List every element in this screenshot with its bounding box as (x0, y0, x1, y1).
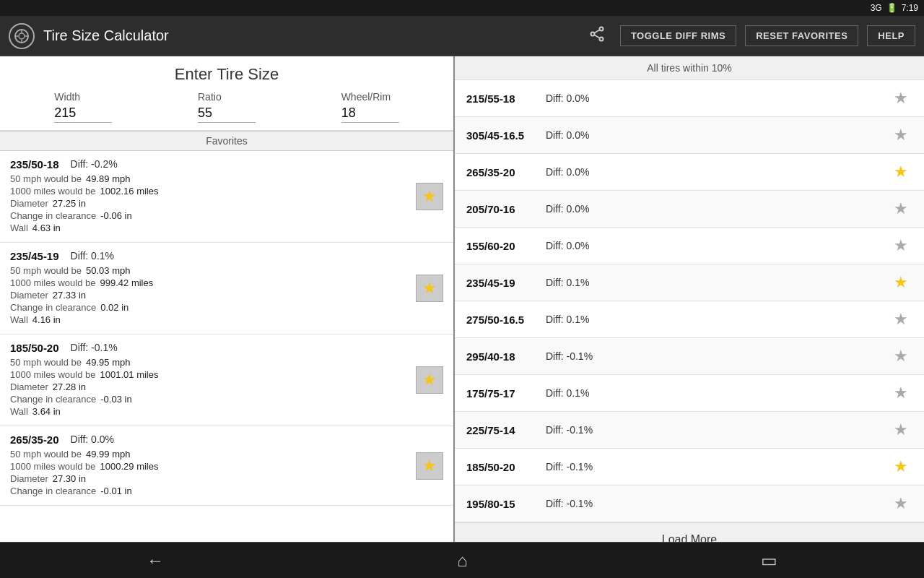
fav-diff: Diff: 0.0% (71, 434, 114, 446)
fav-diff: Diff: -0.2% (71, 158, 118, 171)
ratio-input-group: Ratio 55 (198, 91, 256, 123)
help-button[interactable]: HELP (867, 25, 915, 46)
star-empty-icon: ★ (894, 384, 908, 402)
fav-value-row4: -0.01 in (100, 486, 131, 496)
fav-label-row3: Diameter (10, 290, 48, 301)
wheel-value[interactable]: 18 (341, 104, 399, 123)
tire-result-row: 185/50-20 Diff: -0.1% ★ (455, 449, 924, 486)
tire-result-row: 225/75-14 Diff: -0.1% ★ (455, 412, 924, 449)
fav-tire-name: 185/50-20 (10, 342, 59, 354)
fav-label-row4: Change in clearance (10, 394, 96, 405)
share-button[interactable] (588, 25, 606, 47)
main-content: Enter Tire Size Width 215 Ratio 55 Wheel… (0, 56, 924, 542)
load-more-button[interactable]: Load More (455, 522, 924, 542)
reset-favorites-button[interactable]: RESET FAVORITES (745, 25, 858, 46)
favorite-star-button[interactable]: ★ (416, 366, 443, 394)
result-star-button[interactable]: ★ (889, 309, 912, 330)
result-star-button[interactable]: ★ (889, 272, 912, 293)
star-empty-icon: ★ (894, 494, 908, 512)
result-tire-name: 195/80-15 (466, 498, 546, 510)
wheel-label: Wheel/Rim (341, 91, 391, 103)
width-value[interactable]: 215 (54, 104, 112, 123)
result-tire-name: 235/45-19 (466, 277, 546, 289)
result-tire-name: 295/40-18 (466, 350, 546, 363)
favorite-info: 235/45-19 Diff: 0.1% 50 mph would be 50.… (10, 250, 410, 327)
fav-label-row4: Change in clearance (10, 302, 96, 313)
result-star-button[interactable]: ★ (889, 382, 912, 404)
favorite-star-button[interactable]: ★ (416, 452, 443, 480)
fav-label-row5: Wall (10, 223, 28, 233)
fav-label-row3: Diameter (10, 198, 48, 209)
ratio-value[interactable]: 55 (198, 104, 256, 123)
svg-point-7 (590, 32, 594, 35)
toggle-diff-rims-button[interactable]: TOGGLE DIFF RIMS (620, 25, 736, 46)
left-panel: Enter Tire Size Width 215 Ratio 55 Wheel… (0, 56, 455, 542)
fav-tire-name: 235/45-19 (10, 250, 59, 262)
svg-point-1 (19, 33, 25, 39)
ratio-label: Ratio (198, 91, 222, 103)
recent-apps-button[interactable]: ▭ (746, 545, 792, 577)
result-star-button[interactable]: ★ (889, 87, 912, 109)
fav-label-row4: Change in clearance (10, 486, 96, 496)
result-star-button[interactable]: ★ (889, 456, 912, 478)
tire-result-row: 275/50-16.5 Diff: 0.1% ★ (455, 301, 924, 338)
fav-value-row1: 50.03 mph (86, 265, 130, 276)
time-display: 7:19 (902, 3, 918, 13)
fav-value-row4: 0.02 in (100, 302, 128, 313)
tire-result-row: 305/45-16.5 Diff: 0.0% ★ (455, 117, 924, 154)
star-empty-icon: ★ (894, 199, 908, 217)
result-tire-name: 215/55-18 (466, 92, 546, 105)
star-empty-icon: ★ (894, 89, 908, 107)
result-star-button[interactable]: ★ (889, 345, 912, 367)
home-button[interactable]: ⌂ (443, 545, 482, 577)
result-tire-name: 175/75-17 (466, 387, 546, 400)
fav-value-row5: 3.64 in (32, 406, 61, 417)
favorite-star-button[interactable]: ★ (416, 183, 443, 210)
star-empty-icon: ★ (894, 420, 908, 439)
result-star-button[interactable]: ★ (889, 124, 912, 146)
signal-indicator: 3G (871, 3, 882, 13)
result-tire-name: 185/50-20 (466, 461, 546, 473)
fav-label-row1: 50 mph would be (10, 173, 82, 184)
tire-input-section: Enter Tire Size Width 215 Ratio 55 Wheel… (0, 56, 453, 131)
result-star-button[interactable]: ★ (889, 198, 912, 220)
star-filled-icon: ★ (422, 187, 437, 206)
result-star-button[interactable]: ★ (889, 419, 912, 441)
fav-value-row1: 49.89 mph (86, 173, 130, 184)
back-button[interactable]: ← (132, 545, 178, 577)
result-tire-name: 275/50-16.5 (466, 314, 546, 326)
result-diff: Diff: 0.0% (546, 92, 889, 104)
result-star-button[interactable]: ★ (889, 235, 912, 256)
favorites-list: 235/50-18 Diff: -0.2% 50 mph would be 49… (0, 151, 453, 506)
fav-value-row5: 4.16 in (32, 314, 61, 325)
fav-value-row2: 1000.29 miles (100, 461, 159, 472)
result-star-button[interactable]: ★ (889, 161, 912, 183)
width-label: Width (54, 91, 80, 103)
star-empty-icon: ★ (894, 347, 908, 365)
star-filled-icon: ★ (422, 371, 437, 389)
right-panel: All tires within 10% 215/55-18 Diff: 0.0… (455, 56, 924, 542)
results-list: 215/55-18 Diff: 0.0% ★ 305/45-16.5 Diff:… (455, 80, 924, 522)
fav-label-row5: Wall (10, 406, 28, 417)
favorite-item: 185/50-20 Diff: -0.1% 50 mph would be 49… (0, 335, 453, 426)
favorite-item: 235/45-19 Diff: 0.1% 50 mph would be 50.… (0, 243, 453, 335)
fav-label-row2: 1000 miles would be (10, 461, 96, 472)
fav-value-row3: 27.25 in (53, 198, 86, 209)
svg-point-6 (599, 27, 603, 30)
fav-diff: Diff: 0.1% (71, 250, 114, 262)
tire-result-row: 175/75-17 Diff: 0.1% ★ (455, 375, 924, 412)
star-filled-icon: ★ (894, 457, 908, 475)
fav-value-row2: 999.42 miles (100, 277, 154, 288)
tire-result-row: 265/35-20 Diff: 0.0% ★ (455, 154, 924, 191)
favorite-star-button[interactable]: ★ (416, 275, 443, 302)
svg-line-9 (594, 30, 599, 33)
nav-bar: ← ⌂ ▭ (0, 542, 924, 578)
result-diff: Diff: 0.0% (546, 240, 889, 251)
result-diff: Diff: 0.0% (546, 166, 889, 178)
fav-value-row4: -0.06 in (100, 210, 131, 221)
result-star-button[interactable]: ★ (889, 493, 912, 514)
star-filled-icon: ★ (894, 273, 908, 291)
result-tire-name: 305/45-16.5 (466, 129, 546, 142)
svg-point-8 (599, 37, 603, 40)
tire-input-heading: Enter Tire Size (12, 65, 442, 84)
